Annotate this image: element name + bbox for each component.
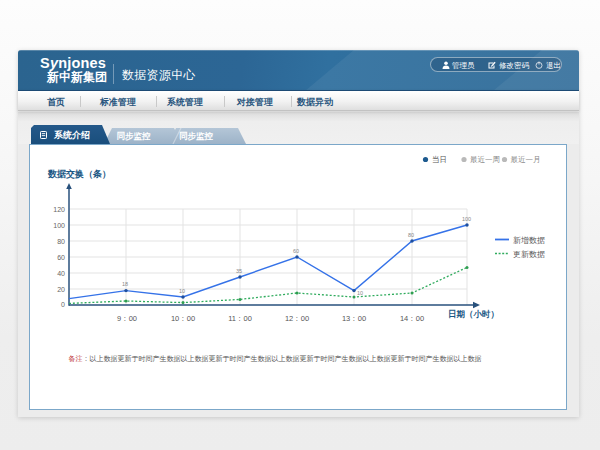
svg-text:9：00: 9：00 xyxy=(117,314,137,323)
svg-text:0: 0 xyxy=(61,301,65,308)
svg-text:日期（小时）: 日期（小时） xyxy=(448,309,499,319)
svg-text:最近一月: 最近一月 xyxy=(511,155,541,164)
svg-text:12：00: 12：00 xyxy=(285,314,309,323)
svg-text:新增数据: 新增数据 xyxy=(513,236,545,245)
svg-text:最近一周: 最近一周 xyxy=(470,155,500,164)
svg-text:120: 120 xyxy=(53,206,65,213)
svg-text:11：00: 11：00 xyxy=(228,314,252,323)
svg-text:80: 80 xyxy=(408,232,414,238)
svg-text:35: 35 xyxy=(236,268,242,274)
svg-text:100: 100 xyxy=(53,222,65,229)
svg-text:备注：以上数据更新于时间产生数据以上数据更新于时间产生数据以: 备注：以上数据更新于时间产生数据以上数据更新于时间产生数据以上数据更新于时间产生… xyxy=(69,354,482,363)
svg-text:100: 100 xyxy=(462,216,471,222)
svg-text:18: 18 xyxy=(122,281,128,287)
svg-text:10: 10 xyxy=(357,290,363,296)
svg-text:20: 20 xyxy=(57,286,65,293)
svg-text:数据交换（条）: 数据交换（条） xyxy=(47,169,111,179)
svg-text:10: 10 xyxy=(179,288,185,294)
svg-text:60: 60 xyxy=(293,248,299,254)
svg-text:更新数据: 更新数据 xyxy=(513,250,545,259)
svg-text:60: 60 xyxy=(57,254,65,261)
svg-text:14：00: 14：00 xyxy=(400,314,424,323)
svg-text:80: 80 xyxy=(57,238,65,245)
svg-text:40: 40 xyxy=(57,270,65,277)
svg-text:13：00: 13：00 xyxy=(342,314,366,323)
svg-text:10：00: 10：00 xyxy=(171,314,195,323)
svg-text:当日: 当日 xyxy=(432,155,447,164)
